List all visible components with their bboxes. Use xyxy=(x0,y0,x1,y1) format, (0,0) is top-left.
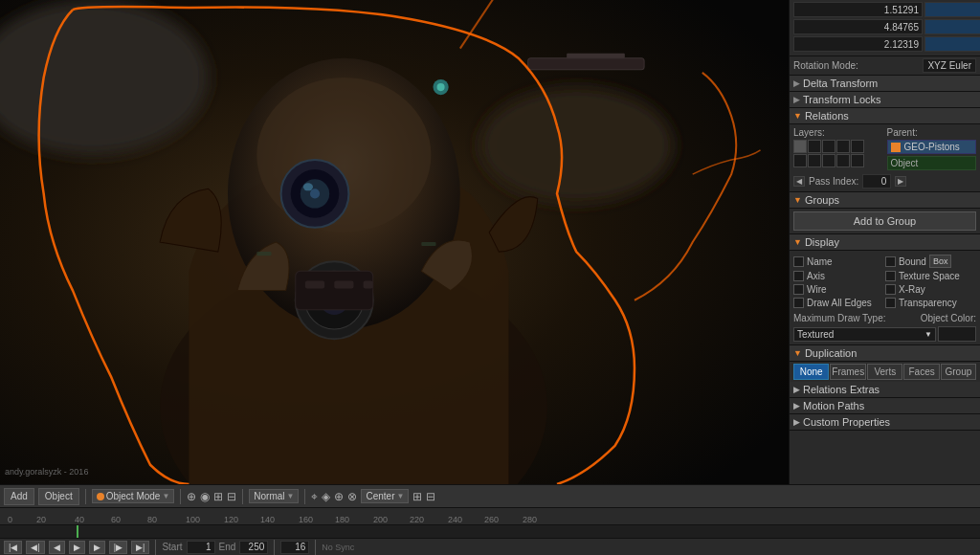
relations-extras-header[interactable]: ▶ Relations Extras xyxy=(790,382,980,398)
val-1-1[interactable] xyxy=(793,2,923,17)
delta-transform-header[interactable]: ▶ Delta Transform xyxy=(790,76,980,92)
tool-icon-1[interactable]: ⌖ xyxy=(311,490,318,503)
layer-8[interactable] xyxy=(822,154,835,167)
start-input[interactable] xyxy=(187,541,215,554)
object-button[interactable]: Object xyxy=(38,488,79,505)
obj-color-box[interactable] xyxy=(938,326,976,342)
val-3-2[interactable] xyxy=(924,36,980,52)
dup-tab-frames[interactable]: Frames xyxy=(830,364,866,380)
wire-checkbox[interactable] xyxy=(793,284,804,295)
axis-checkbox[interactable] xyxy=(793,271,804,281)
timeline: 0 20 40 60 80 100 120 140 160 180 200 22… xyxy=(0,507,980,555)
value-row-3 xyxy=(793,36,976,52)
tool-icon-6[interactable]: ⊟ xyxy=(426,490,435,503)
dup-tab-group[interactable]: Group xyxy=(941,364,976,380)
timeline-track[interactable] xyxy=(0,525,980,538)
duplication-arrow: ▼ xyxy=(793,348,802,358)
separator-3 xyxy=(242,489,243,504)
parent-field[interactable]: GEO-Pistons xyxy=(887,140,977,154)
grid-icon[interactable]: ⊟ xyxy=(227,490,236,503)
texture-checkbox[interactable] xyxy=(885,271,896,281)
transparency-row: Transparency xyxy=(885,297,976,309)
tool-icon-2[interactable]: ◈ xyxy=(322,490,330,503)
motion-paths-arrow: ▶ xyxy=(793,401,800,411)
display-header[interactable]: ▼ Display xyxy=(790,234,980,251)
play-btn[interactable]: ▶ xyxy=(69,541,85,554)
duplication-header[interactable]: ▼ Duplication xyxy=(790,345,980,362)
layer-6[interactable] xyxy=(793,154,807,167)
center-arrow: ▼ xyxy=(397,492,405,500)
end-input[interactable] xyxy=(239,541,268,554)
snap-icon[interactable]: ⊞ xyxy=(213,490,223,503)
axis-label: Axis xyxy=(807,271,825,281)
timeline-controls: |◀ ◀| ◀ ▶ ▶ |▶ ▶| Start End No Sync xyxy=(0,538,980,555)
ruler-mark-0: 0 xyxy=(8,515,12,524)
prev-key-btn[interactable]: ◀| xyxy=(26,541,44,554)
separator-2 xyxy=(180,489,181,504)
pivot-icon[interactable]: ◉ xyxy=(200,490,210,503)
tool-icon-4[interactable]: ⊗ xyxy=(347,490,357,503)
value-row-2 xyxy=(793,19,976,34)
transparency-checkbox[interactable] xyxy=(885,298,896,308)
dup-tab-verts[interactable]: Verts xyxy=(867,364,902,380)
transform-locks-header[interactable]: ▶ Transform Locks xyxy=(790,92,980,108)
center-dropdown[interactable]: Center ▼ xyxy=(361,489,409,503)
dup-tab-none[interactable]: None xyxy=(793,364,829,380)
pass-index-right-btn[interactable]: ▶ xyxy=(895,176,906,187)
tool-icon-5[interactable]: ⊞ xyxy=(412,490,422,503)
layer-2[interactable] xyxy=(808,140,821,153)
prev-frame-btn[interactable]: ◀ xyxy=(49,541,65,554)
object-label[interactable]: Object xyxy=(887,156,977,170)
normal-dropdown[interactable]: Normal ▼ xyxy=(249,489,299,503)
motion-paths-header[interactable]: ▶ Motion Paths xyxy=(790,398,980,414)
next-key-btn[interactable]: |▶ xyxy=(109,541,127,554)
relations-content: Layers: xyxy=(790,124,980,192)
box-button[interactable]: Box xyxy=(929,255,952,268)
rotation-mode-value[interactable]: XYZ Euler xyxy=(923,58,976,73)
center-label: Center xyxy=(366,491,394,501)
jump-start-btn[interactable]: |◀ xyxy=(4,541,22,554)
draw-all-checkbox[interactable] xyxy=(793,298,804,308)
bound-checkbox[interactable] xyxy=(885,256,896,267)
global-icon[interactable]: ⊕ xyxy=(187,490,196,503)
layer-3[interactable] xyxy=(822,140,835,153)
layer-9[interactable] xyxy=(836,154,850,167)
custom-properties-arrow: ▶ xyxy=(793,417,800,427)
groups-content: Add to Group xyxy=(790,209,980,234)
delta-transform-label: Delta Transform xyxy=(803,78,878,89)
value-rows xyxy=(790,0,980,56)
relations-header[interactable]: ▼ Relations xyxy=(790,108,980,124)
custom-properties-header[interactable]: ▶ Custom Properties xyxy=(790,414,980,431)
val-2-1[interactable] xyxy=(793,19,923,34)
object-mode-dropdown[interactable]: Object Mode ▼ xyxy=(92,489,175,503)
bound-row: Bound Box xyxy=(885,254,976,269)
draw-type-select[interactable]: Textured ▼ xyxy=(793,327,936,342)
viewport[interactable]: andy.goralsyzk - 2016 xyxy=(0,0,789,484)
name-checkbox[interactable] xyxy=(793,256,804,267)
layer-5[interactable] xyxy=(851,140,864,153)
duplication-tabs: None Frames Verts Faces Group xyxy=(790,362,980,382)
frame-input[interactable] xyxy=(280,541,309,554)
val-2-2[interactable] xyxy=(924,19,980,34)
svg-rect-23 xyxy=(421,242,435,246)
layer-7[interactable] xyxy=(808,154,821,167)
timeline-ruler[interactable]: 0 20 40 60 80 100 120 140 160 180 200 22… xyxy=(0,508,980,525)
add-to-group-button[interactable]: Add to Group xyxy=(793,211,976,231)
add-button[interactable]: Add xyxy=(4,488,34,505)
layer-4[interactable] xyxy=(836,140,850,153)
xray-checkbox[interactable] xyxy=(885,284,896,295)
layer-1[interactable] xyxy=(793,140,807,153)
jump-end-btn[interactable]: ▶| xyxy=(131,541,149,554)
groups-header[interactable]: ▼ Groups xyxy=(790,192,980,209)
val-1-2[interactable] xyxy=(924,2,980,17)
parent-icon xyxy=(891,143,901,152)
display-content: Name Bound Box Axis Texture Space xyxy=(790,251,980,345)
pass-index-left-btn[interactable]: ◀ xyxy=(793,176,805,187)
layer-10[interactable] xyxy=(851,154,864,167)
pass-index-input[interactable] xyxy=(862,174,891,189)
val-3-1[interactable] xyxy=(793,36,923,52)
tool-icon-3[interactable]: ⊕ xyxy=(334,490,344,503)
dup-tab-faces[interactable]: Faces xyxy=(903,364,939,380)
next-frame-btn[interactable]: ▶ xyxy=(89,541,105,554)
mode-dot xyxy=(97,493,104,500)
